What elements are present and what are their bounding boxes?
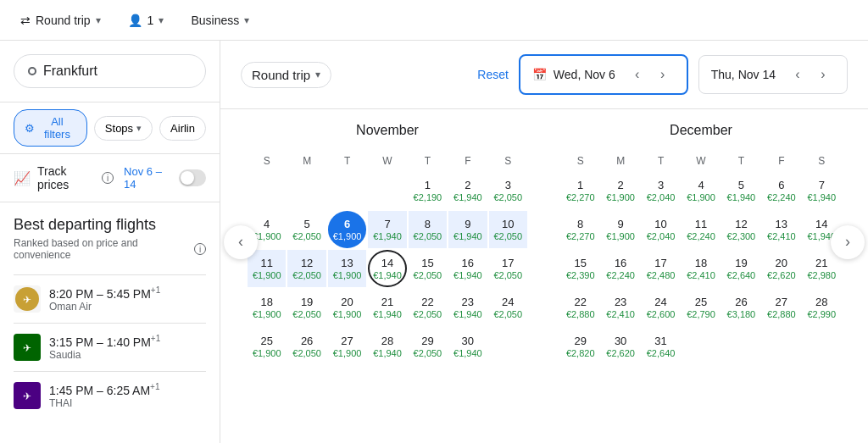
airlines-button[interactable]: Airlin xyxy=(159,116,206,141)
class-label: Business xyxy=(191,14,239,27)
date-end-prev[interactable]: ‹ xyxy=(786,63,810,86)
calendar-prev-button[interactable]: ‹ xyxy=(224,225,258,259)
top-bar: ⇄ Round trip ▾ 👤 1 ▾ Business ▾ xyxy=(0,0,868,41)
day-cell[interactable]: 4€1,900 xyxy=(682,172,720,209)
day-price: €2,880 xyxy=(767,309,796,319)
day-cell[interactable]: 28€1,940 xyxy=(368,328,406,365)
trip-type-selector[interactable]: ⇄ Round trip ▾ xyxy=(14,10,108,30)
day-cell[interactable]: 20€1,900 xyxy=(328,289,366,326)
day-cell[interactable]: 26€3,180 xyxy=(722,289,760,326)
flight-row-thai[interactable]: ✈ 1:45 PM – 6:25 AM+1 THAI xyxy=(14,371,206,419)
day-number: 11 xyxy=(695,218,707,231)
day-cell[interactable]: 8€2,270 xyxy=(561,211,599,248)
day-cell[interactable]: 19€2,050 xyxy=(287,289,326,326)
day-cell[interactable]: 16€1,940 xyxy=(448,250,487,287)
day-cell[interactable]: 20€2,620 xyxy=(762,250,800,287)
calendar-trip-selector[interactable]: Round trip ▾ xyxy=(241,62,331,88)
flight-row-saudia[interactable]: ✈ 3:15 PM – 1:40 PM+1 Saudia xyxy=(14,323,206,371)
day-cell[interactable]: 9€1,900 xyxy=(601,211,639,248)
search-input-container[interactable]: Frankfurt xyxy=(14,54,206,88)
day-cell[interactable]: 3€2,050 xyxy=(489,172,527,209)
class-selector[interactable]: Business ▾ xyxy=(184,10,256,30)
date-end-next[interactable]: › xyxy=(811,63,835,86)
day-number: 16 xyxy=(462,257,474,270)
day-cell[interactable]: 2€1,900 xyxy=(601,172,639,209)
day-cell[interactable]: 17€2,480 xyxy=(642,250,680,287)
day-cell[interactable]: 1€2,270 xyxy=(561,172,599,209)
day-cell[interactable]: 27€1,900 xyxy=(328,328,366,365)
date-start-button[interactable]: 📅 Wed, Nov 6 ‹ › xyxy=(519,54,688,95)
day-cell[interactable]: 9€1,940 xyxy=(448,211,487,248)
trip-type-chevron: ▾ xyxy=(96,14,101,26)
track-prices-toggle[interactable] xyxy=(179,169,206,186)
day-cell[interactable]: 5€1,940 xyxy=(722,172,760,209)
day-cell[interactable]: 18€1,900 xyxy=(248,289,286,326)
day-cell[interactable]: 10€2,040 xyxy=(642,211,680,248)
day-cell[interactable]: 14€1,940 xyxy=(368,250,406,287)
toggle-knob xyxy=(181,171,194,185)
day-cell[interactable]: 8€2,050 xyxy=(409,211,447,248)
day-cell[interactable]: 22€2,050 xyxy=(409,289,447,326)
day-cell[interactable]: 16€2,240 xyxy=(601,250,639,287)
day-cell[interactable]: 6€2,240 xyxy=(762,172,800,209)
day-cell[interactable]: 6€1,900 xyxy=(328,211,366,248)
day-cell[interactable]: 12€2,300 xyxy=(722,211,760,248)
day-cell[interactable]: 24€2,050 xyxy=(489,289,527,326)
day-header: T xyxy=(722,152,760,170)
day-cell[interactable]: 21€2,980 xyxy=(803,250,841,287)
day-cell[interactable]: 7€1,940 xyxy=(368,211,406,248)
day-cell[interactable]: 25€1,900 xyxy=(248,328,286,365)
day-number: 10 xyxy=(502,218,514,231)
day-cell[interactable]: 21€1,940 xyxy=(368,289,406,326)
day-cell[interactable]: 13€2,410 xyxy=(762,211,800,248)
day-price: €2,270 xyxy=(566,192,595,202)
day-number: 20 xyxy=(776,257,787,270)
passengers-selector[interactable]: 👤 1 ▾ xyxy=(121,10,171,30)
day-cell[interactable]: 15€2,390 xyxy=(561,250,599,287)
day-cell[interactable]: 26€2,050 xyxy=(287,328,326,365)
best-departing-info[interactable]: i xyxy=(194,243,206,255)
day-cell[interactable]: 2€1,940 xyxy=(448,172,487,209)
passengers-chevron: ▾ xyxy=(159,14,164,26)
day-cell[interactable]: 27€2,880 xyxy=(762,289,800,326)
day-cell[interactable]: 10€2,050 xyxy=(489,211,527,248)
day-cell[interactable]: 15€2,050 xyxy=(409,250,447,287)
day-cell[interactable]: 24€2,600 xyxy=(642,289,680,326)
day-number: 21 xyxy=(815,257,827,270)
day-cell[interactable]: 23€1,940 xyxy=(448,289,487,326)
day-cell[interactable]: 30€1,940 xyxy=(448,328,487,365)
day-cell[interactable]: 13€1,900 xyxy=(328,250,366,287)
day-cell[interactable]: 17€2,050 xyxy=(489,250,527,287)
day-price: €1,940 xyxy=(453,348,482,358)
day-cell[interactable]: 28€2,990 xyxy=(803,289,841,326)
all-filters-button[interactable]: ⚙ All filters xyxy=(14,109,87,147)
day-cell[interactable]: 23€2,410 xyxy=(601,289,639,326)
day-cell[interactable]: 11€1,900 xyxy=(248,250,286,287)
date-end-button[interactable]: Thu, Nov 14 ‹ › xyxy=(698,55,848,94)
flight-row-oman[interactable]: ✈ 8:20 PM – 5:45 PM+1 Oman Air xyxy=(14,274,206,323)
day-cell[interactable]: 30€2,620 xyxy=(601,328,639,365)
day-cell[interactable]: 12€2,050 xyxy=(287,250,326,287)
day-cell[interactable]: 22€2,880 xyxy=(561,289,599,326)
day-cell[interactable]: 18€2,410 xyxy=(682,250,720,287)
day-number: 1 xyxy=(425,179,431,192)
date-start-prev[interactable]: ‹ xyxy=(626,63,649,86)
calendar-next-button[interactable]: › xyxy=(831,225,865,259)
day-price: €1,940 xyxy=(373,270,402,280)
date-start-next[interactable]: › xyxy=(651,63,675,86)
day-cell[interactable]: 1€2,190 xyxy=(409,172,447,209)
day-cell[interactable]: 19€2,640 xyxy=(722,250,760,287)
day-price: €1,900 xyxy=(606,231,635,241)
reset-button[interactable]: Reset xyxy=(477,68,509,81)
day-number: 7 xyxy=(384,218,390,231)
day-cell[interactable]: 5€2,050 xyxy=(287,211,326,248)
day-cell[interactable]: 3€2,040 xyxy=(642,172,680,209)
day-cell[interactable]: 29€2,050 xyxy=(409,328,447,365)
stops-button[interactable]: Stops ▾ xyxy=(94,116,153,141)
day-cell[interactable]: 31€2,640 xyxy=(642,328,680,365)
day-cell[interactable]: 29€2,820 xyxy=(561,328,599,365)
day-cell[interactable]: 7€1,940 xyxy=(803,172,841,209)
day-cell[interactable]: 11€2,240 xyxy=(682,211,720,248)
day-cell[interactable]: 25€2,790 xyxy=(682,289,720,326)
track-prices-info[interactable]: i xyxy=(102,172,114,184)
